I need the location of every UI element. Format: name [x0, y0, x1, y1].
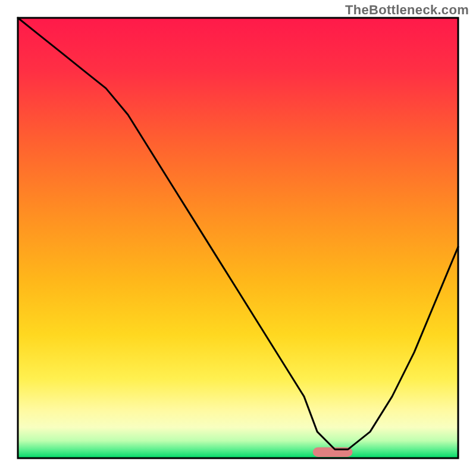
chart-svg: [0, 0, 476, 476]
plot-background: [18, 18, 458, 458]
bottleneck-chart: TheBottleneck.com: [0, 0, 476, 476]
watermark-text: TheBottleneck.com: [345, 2, 469, 18]
